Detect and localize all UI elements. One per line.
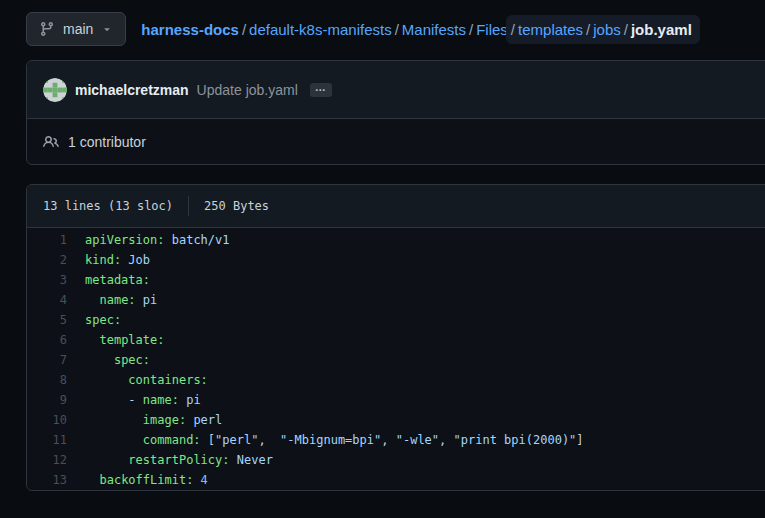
code-line-content: spec: [67, 310, 121, 330]
line-number[interactable]: 2 [27, 250, 67, 270]
breadcrumb-path: harness-docs/default-k8s-manifests/Manif… [141, 21, 699, 38]
breadcrumb-separator: / [586, 21, 590, 38]
code-line: 7 spec: [27, 350, 765, 370]
code-line-content: name: pi [67, 290, 157, 310]
file-box: 13 lines (13 sloc) 250 Bytes 1apiVersion… [26, 184, 765, 491]
breadcrumb-highlight: /templates/jobs/job.yaml [506, 15, 700, 44]
breadcrumb-separator: / [469, 21, 473, 38]
line-number[interactable]: 5 [27, 310, 67, 330]
breadcrumb-item-default-k8s-manifests[interactable]: default-k8s-manifests [249, 21, 392, 38]
code-line-content: backoffLimit: 4 [67, 470, 208, 490]
contributors-row: 1 contributor [27, 118, 765, 164]
line-number[interactable]: 12 [27, 450, 67, 470]
branch-selector-button[interactable]: main [26, 12, 126, 46]
code-line: 6 template: [27, 330, 765, 350]
code-line: 8 containers: [27, 370, 765, 390]
identicon-avatar[interactable] [43, 78, 67, 102]
code-line: 12 restartPolicy: Never [27, 450, 765, 470]
breadcrumb-item-harness-docs[interactable]: harness-docs [141, 21, 239, 38]
code-line-content: apiVersion: batch/v1 [67, 230, 230, 250]
line-number[interactable]: 6 [27, 330, 67, 350]
code-line: 5spec: [27, 310, 765, 330]
commit-ellipsis-button[interactable]: … [310, 83, 332, 97]
breadcrumb-separator: / [395, 21, 399, 38]
line-number[interactable]: 10 [27, 410, 67, 430]
code-line: 13 backoffLimit: 4 [27, 470, 765, 490]
code-line: 1apiVersion: batch/v1 [27, 230, 765, 250]
line-number[interactable]: 13 [27, 470, 67, 490]
line-number[interactable]: 11 [27, 430, 67, 450]
line-number[interactable]: 3 [27, 270, 67, 290]
line-number[interactable]: 8 [27, 370, 67, 390]
avatar-image [43, 78, 67, 102]
breadcrumb-separator: / [624, 21, 628, 38]
commit-message[interactable]: Update job.yaml [197, 82, 298, 98]
line-number[interactable]: 4 [27, 290, 67, 310]
code-line: 11 command: ["perl", "-Mbignum=bpi", "-w… [27, 430, 765, 450]
code-line: 2kind: Job [27, 250, 765, 270]
code-line-content: metadata: [67, 270, 150, 290]
line-number[interactable]: 1 [27, 230, 67, 250]
code-line: 10 image: perl [27, 410, 765, 430]
code-line-content: image: perl [67, 410, 222, 430]
breadcrumb-item-job.yaml[interactable]: job.yaml [631, 21, 692, 38]
code-line-content: - name: pi [67, 390, 201, 410]
branch-name: main [63, 21, 93, 37]
code-view[interactable]: 1apiVersion: batch/v12kind: Job3metadata… [27, 227, 765, 490]
code-line: 3metadata: [27, 270, 765, 290]
git-branch-icon [39, 21, 55, 37]
chevron-down-icon [101, 23, 113, 35]
breadcrumb-item-Manifests[interactable]: Manifests [402, 21, 466, 38]
code-line-content: command: ["perl", "-Mbignum=bpi", "-wle"… [67, 430, 584, 450]
code-line-content: containers: [67, 370, 208, 390]
line-number[interactable]: 9 [27, 390, 67, 410]
code-line-content: restartPolicy: Never [67, 450, 273, 470]
contributors-link[interactable]: 1 contributor [68, 134, 146, 150]
breadcrumb-item-Files[interactable]: Files [476, 21, 508, 38]
code-line-content: template: [67, 330, 164, 350]
breadcrumb-item-templates[interactable]: templates [518, 21, 583, 38]
breadcrumb: main harness-docs/default-k8s-manifests/… [0, 0, 765, 46]
file-lines-info: 13 lines (13 sloc) [43, 199, 173, 213]
breadcrumb-separator: / [242, 21, 246, 38]
line-number[interactable]: 7 [27, 350, 67, 370]
file-info-divider [188, 196, 189, 216]
code-line-content: kind: Job [67, 250, 150, 270]
code-line-content: spec: [67, 350, 150, 370]
code-line: 4 name: pi [27, 290, 765, 310]
commit-box: michaelcretzman Update job.yaml … 1 cont… [26, 60, 765, 165]
code-line: 9 - name: pi [27, 390, 765, 410]
file-info-bar: 13 lines (13 sloc) 250 Bytes [27, 185, 765, 227]
page: main harness-docs/default-k8s-manifests/… [0, 0, 765, 491]
people-icon [43, 134, 59, 150]
commit-author[interactable]: michaelcretzman [75, 82, 189, 98]
breadcrumb-separator: / [511, 21, 515, 38]
commit-header: michaelcretzman Update job.yaml … [27, 61, 765, 118]
breadcrumb-item-jobs[interactable]: jobs [593, 21, 621, 38]
file-size-info: 250 Bytes [204, 199, 269, 213]
